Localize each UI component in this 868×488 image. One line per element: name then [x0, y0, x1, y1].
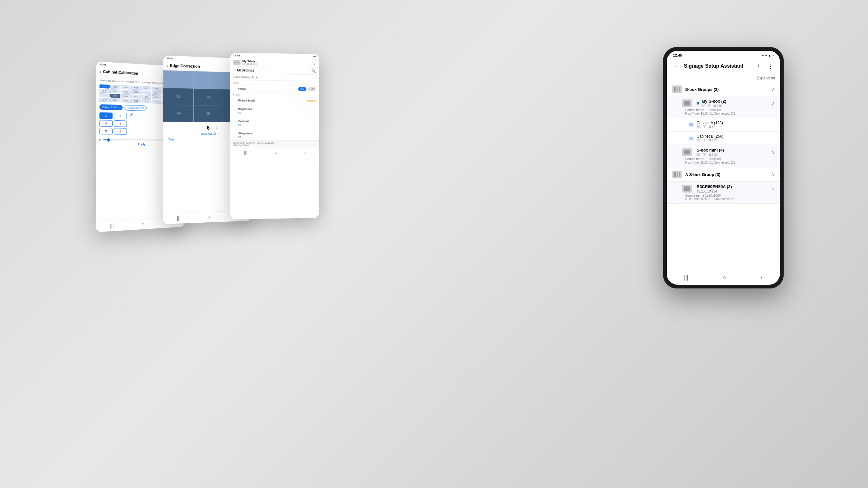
power-on-toggle[interactable]: On [298, 87, 306, 91]
all-settings-title: All Settings [237, 68, 309, 73]
svg-rect-2 [679, 87, 680, 92]
module-cell-22[interactable]: ID 22 [152, 95, 161, 99]
module-cell-03[interactable]: ID 03 [121, 85, 131, 89]
my-sbox-chevron[interactable]: ∧ [772, 101, 775, 106]
star-brightness[interactable]: ☆ [234, 108, 236, 111]
r3cr-name: R3CR80EH59A (3) [696, 184, 769, 189]
groups-chevron-up[interactable]: ∧ [772, 87, 775, 92]
module-cell-26[interactable]: ID 26 [110, 98, 120, 102]
module-cell-20[interactable]: ID 20 [131, 94, 141, 98]
power-label: Power [238, 87, 296, 91]
screen1-title: Cabinet Calibration [103, 70, 138, 76]
star-contrast[interactable]: ☆ [234, 121, 236, 124]
module-cell-11[interactable]: ID 11 [121, 90, 131, 94]
module-cell-25[interactable]: ID 25 [99, 98, 110, 102]
grid-label-02: 02 [193, 89, 223, 106]
bottom-nav-3: ||| ○ ‹ [230, 147, 319, 158]
module-cell-12[interactable]: ID 12 [131, 90, 141, 94]
num-5[interactable]: 5 [99, 128, 113, 135]
a-sbox-chevron[interactable]: ∨ [772, 172, 775, 177]
num-1[interactable]: 1 [99, 112, 113, 119]
module-cell-01[interactable]: ID 01 [99, 84, 110, 88]
module-cell-29[interactable]: ID 29 [142, 99, 151, 103]
log-bar: [2022/02/14 12:15:30 +00] 10.100.10.110 … [230, 140, 319, 147]
minus-button[interactable]: − [199, 125, 202, 131]
r3cr-runtime: Run Time: 10:00:01 Connected: 2/2 [685, 197, 775, 201]
module-cell-30[interactable]: ID 30 [152, 99, 161, 104]
module-cell-10[interactable]: ID 10 [110, 89, 120, 93]
star-power[interactable]: ☆ [234, 87, 236, 90]
module-cell-18[interactable]: ID 18 [110, 94, 120, 98]
slider-thumb[interactable] [107, 138, 110, 141]
back-button-2[interactable]: ‹ [166, 63, 168, 68]
module-cell-05[interactable]: ID 05 [142, 86, 151, 90]
module-cell-13[interactable]: ID 13 [142, 91, 151, 95]
nav-back-4[interactable]: ‹ [761, 274, 763, 281]
module-rgb-tab[interactable]: Module RGB CC [125, 105, 147, 111]
num-4[interactable]: 4 [114, 121, 127, 127]
nav-home-3[interactable]: ○ [275, 150, 277, 155]
phone-inner: 12:45 ▪▪▪▪ ▲ ▪ ≡ Signage Setup Assistant… [667, 51, 780, 285]
module-cell-09[interactable]: ID 09 [99, 89, 110, 93]
power-off-toggle[interactable]: off [308, 87, 316, 91]
a-sbox-group-icon [672, 171, 682, 178]
add-button[interactable]: + [754, 62, 763, 70]
contrast-row: ☆ Contrast 50 [230, 116, 319, 128]
sbox-mini-chevron[interactable]: ∨ [772, 150, 775, 155]
num-6[interactable]: 6 [114, 128, 127, 135]
module-cell-04[interactable]: ID 04 [131, 86, 141, 90]
nav-home-4[interactable]: ○ [723, 274, 726, 281]
module-cell-17[interactable]: ID 17 [99, 93, 110, 98]
number-grid: 1 2 3 4 5 6 [99, 112, 127, 135]
back-arrow-3[interactable]: ‹ [234, 68, 235, 72]
cabinet-rgb-tab[interactable]: Cabinet RGB CC [99, 104, 123, 110]
nav-home-2[interactable]: ○ [208, 215, 211, 220]
refresh-icon-3[interactable]: ↻ [252, 75, 254, 79]
module-cell-19[interactable]: ID 19 [121, 94, 131, 98]
r3cr-header-row: R3CR80EH59A (3) 10.100.10.114 ∨ [685, 184, 775, 193]
module-cell-27[interactable]: ID 27 [121, 98, 131, 103]
star-sharpness[interactable]: ☆ [234, 132, 236, 136]
module-cell-06[interactable]: ID 06 [152, 87, 161, 91]
nav-lines-4[interactable]: ||| [684, 274, 688, 281]
nav-home-1[interactable]: ○ [142, 222, 144, 227]
cabinet-a-color [689, 123, 693, 126]
grid-cell-top-2 [193, 71, 223, 89]
collapse-icon-3[interactable]: ∧ [256, 75, 258, 79]
num-2[interactable]: 2 [114, 113, 127, 120]
test-button[interactable]: Test [168, 138, 174, 141]
phone-outer: 12:45 ▪▪▪▪ ▲ ▪ ≡ Signage Setup Assistant… [663, 47, 784, 289]
module-cell-02[interactable]: ID 02 [110, 85, 120, 89]
plus-button[interactable]: + [215, 125, 217, 131]
nav-back-3[interactable]: ‹ [304, 150, 306, 155]
cabinet-a-ip: 10.100.10.111 [696, 125, 775, 129]
num-3[interactable]: 3 [99, 120, 113, 127]
my-sbox-source: Source name 1920x1080 [685, 108, 775, 112]
sbox-mini-item: S-box mini (4) 10.100.10.113 ∨ Source na… [667, 145, 780, 167]
battery-icon-4: ▪ [772, 54, 774, 57]
picture-mode-row: ☆ Picture Mode Dynamic [230, 97, 319, 104]
module-cell-28[interactable]: ID 28 [131, 99, 141, 103]
expand-all-button[interactable]: Expand All [757, 76, 775, 80]
nav-lines-3[interactable]: ||| [244, 150, 247, 155]
menu-button[interactable]: ≡ [672, 62, 681, 70]
nav-lines-1[interactable]: ||| [110, 223, 114, 228]
r3cr-chevron[interactable]: ∨ [772, 186, 775, 191]
svg-rect-1 [677, 87, 678, 92]
sbox-mini-text: S-box mini (4) 10.100.10.113 [696, 148, 769, 157]
signal-bars-4: ▪▪▪▪ [762, 54, 767, 57]
sbox-mini-name: S-box mini (4) [696, 148, 769, 153]
module-cell-21[interactable]: ID 21 [142, 95, 151, 99]
more-button[interactable]: ⋮ [766, 62, 775, 70]
back-button-1[interactable]: ‹ [99, 69, 101, 74]
power-setting-row: ☆ Power On off [230, 85, 319, 93]
sbox-mini-icon [682, 149, 692, 156]
main-scroll[interactable]: S-box Groups (2) ∧ [667, 82, 780, 270]
sharpness-value: 50 [238, 136, 316, 138]
module-cell-14[interactable]: ID 14 [152, 91, 161, 95]
search-icon-3[interactable]: 🔍 [311, 69, 316, 73]
contrast-area: Contrast 50 [238, 118, 316, 127]
nav-lines-2[interactable]: ||| [177, 216, 180, 221]
star-picture-mode[interactable]: ☆ [234, 98, 236, 102]
all-settings-screen: 12:45 ▪▪▪ S-BOX My S-box 10.100.10.110 ∨… [230, 53, 319, 219]
